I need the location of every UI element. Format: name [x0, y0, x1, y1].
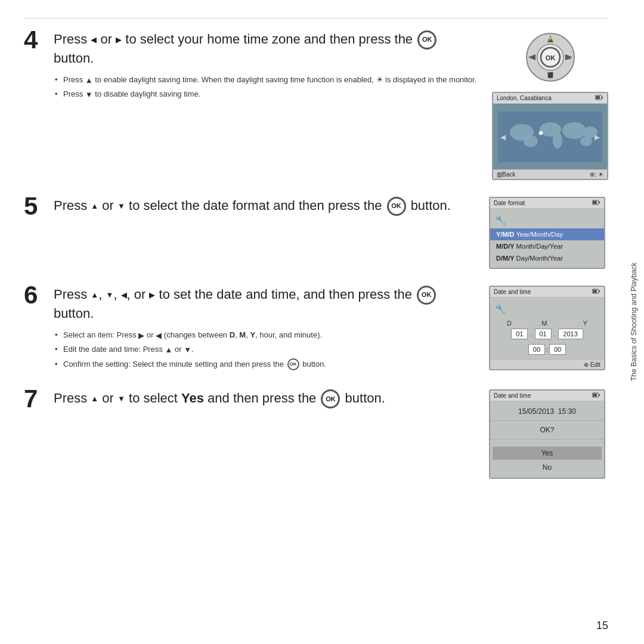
ok-button-7: OK [321, 389, 340, 408]
format-item-dmy: D/M/Y Day/Month/Year [490, 252, 604, 264]
svg-text:▶: ▶ [595, 133, 600, 141]
svg-rect-27 [599, 202, 600, 203]
screen-4-body: ◀ ▶ [493, 104, 607, 169]
step-number-7: 7 [24, 386, 54, 411]
svg-rect-13 [602, 97, 603, 98]
confirm-no: No [490, 461, 604, 474]
svg-rect-33 [599, 394, 600, 396]
svg-text:♡: ♡ [530, 55, 534, 60]
arrow-right-4: ▶ [116, 35, 122, 44]
min-value: 00 [549, 344, 566, 355]
svg-text:⚡: ⚡ [547, 35, 553, 41]
step-4-bullets: Press ▲ to enable daylight saving time. … [54, 74, 480, 101]
step-5-screen: Date format 🔧 Y/M/D Year/Month/Day M/D/Y… [489, 197, 605, 269]
svg-text:OK: OK [545, 54, 555, 61]
svg-rect-28 [593, 201, 597, 204]
confirm-divider-1 [490, 420, 604, 421]
screen-6-body: 🔧 D M Y 01 . 01 . 2013 00 [490, 298, 604, 360]
battery-6 [592, 289, 600, 295]
side-tab-text: The Basics of Shooting and Playback [630, 263, 638, 382]
bullet-4-1: Press ▲ to enable daylight saving time. … [54, 74, 480, 86]
step-5-content: Press ▲ or ▼ to select the date format a… [54, 197, 489, 222]
confirm-date: 15/05/2013 15:30 [490, 405, 604, 418]
ok-button-6: OK [417, 286, 436, 305]
date-sep-2: . [554, 330, 556, 338]
time-row: 00 : 00 [495, 344, 599, 355]
svg-rect-34 [593, 394, 597, 397]
d-label: D [507, 320, 512, 327]
side-tab: The Basics of Shooting and Playback [630, 221, 638, 423]
svg-point-23 [539, 131, 543, 135]
step-7-title: Press ▲ or ▼ to select Yes and then pres… [54, 389, 477, 408]
step-4-content: Press ◀ or ▶ to select your home time zo… [54, 30, 492, 103]
svg-point-20 [562, 122, 586, 139]
screen-7-header: Date and time [490, 391, 604, 401]
top-divider [24, 18, 608, 18]
svg-text:⬛: ⬛ [547, 72, 553, 78]
battery-7 [592, 392, 600, 399]
step-6-content: Press ▲, ▼, ◀, or ▶ to set the date and … [54, 286, 489, 373]
y-value: 2013 [558, 329, 583, 339]
step-4: 4 Press ◀ or ▶ to select your home time … [24, 30, 608, 180]
date-sep-1: . [530, 330, 532, 338]
arrow-left-4: ◀ [91, 35, 97, 44]
ok-button-5: OK [387, 197, 406, 216]
format-item-mdy: M/D/Y Month/Day/Year [490, 240, 604, 252]
d-value: 01 [511, 329, 528, 339]
confirm-ok: OK? [490, 423, 604, 436]
screen-5-header: Date format [490, 198, 604, 209]
step-6-bullets: Select an item: Press ▶ or ◀ (changes be… [54, 329, 477, 370]
step-5: 5 Press ▲ or ▼ to select the date format… [24, 197, 608, 269]
svg-text:◀: ◀ [500, 133, 506, 141]
screen-4-title: London, Casablanca [497, 95, 552, 101]
bullet-6-3: Confirm the setting: Select the minute s… [54, 358, 477, 371]
svg-text:▦: ▦ [566, 55, 571, 60]
step5-tune-icon: 🔧 [490, 212, 604, 228]
bullet-4-2: Press ▼ to disable daylight saving time. [54, 88, 480, 100]
step-6: 6 Press ▲, ▼, ◀, or ▶ to set the date an… [24, 286, 608, 373]
world-map: ◀ ▶ [498, 112, 602, 162]
spacer [490, 442, 604, 445]
step-5-title: Press ▲ or ▼ to select the date format a… [54, 197, 477, 216]
m-label: M [541, 320, 547, 327]
screen-7-title: Date and time [494, 392, 531, 399]
step-7-image: Date and time 15/05/2013 15:30 OK? Yes N… [489, 389, 608, 479]
step-6-image: Date and time 🔧 D M Y 01 [489, 286, 608, 370]
edit-label: ⊛ Edit [584, 361, 600, 368]
arrow-up-5: ▲ [91, 202, 98, 210]
confirm-yes: Yes [493, 447, 602, 460]
datetime-labels: D M Y [495, 320, 599, 327]
screen-5-title: Date format [494, 200, 525, 206]
screen-5-body: 🔧 Y/M/D Year/Month/Day M/D/Y Month/Day/Y… [490, 209, 604, 268]
svg-point-19 [553, 132, 562, 148]
confirm-divider-2 [490, 439, 604, 439]
step-number-6: 6 [24, 283, 54, 308]
bullet-6-1: Select an item: Press ▶ or ◀ (changes be… [54, 329, 477, 341]
screen-7-body: 15/05/2013 15:30 OK? Yes No [490, 401, 604, 478]
step-7: 7 Press ▲ or ▼ to select Yes and then pr… [24, 389, 608, 479]
screen-6-title: Date and time [494, 289, 531, 295]
date-row: 01 . 01 . 2013 [495, 329, 599, 339]
bullet-6-2: Edit the date and time: Press ▲ or ▼. [54, 343, 477, 355]
battery-4 [595, 95, 603, 101]
svg-rect-31 [593, 290, 597, 293]
format-item-ymd: Y/M/D Year/Month/Day [490, 228, 604, 240]
step-number-4: 4 [24, 27, 54, 52]
screen-6-footer: ⊛ Edit [490, 360, 604, 369]
step-4-images: OK ⚡ ⬛ ♡ ▦ L [492, 30, 608, 180]
step-5-image: Date format 🔧 Y/M/D Year/Month/Day M/D/Y… [489, 197, 608, 269]
h-value: 00 [528, 344, 545, 355]
footer-ok: ⊛: ☀ [590, 171, 603, 178]
ok-dial: OK ⚡ ⬛ ♡ ▦ [524, 30, 577, 86]
step-number-5: 5 [24, 194, 54, 219]
page-container: 4 Press ◀ or ▶ to select your home time … [0, 0, 644, 644]
step-7-screen: Date and time 15/05/2013 15:30 OK? Yes N… [489, 389, 605, 479]
m-value: 01 [535, 329, 552, 339]
footer-back: ▥Back [497, 171, 515, 178]
screen-4-footer: ▥Back ⊛: ☀ [493, 169, 607, 179]
page-number: 15 [596, 620, 608, 632]
svg-point-17 [524, 135, 538, 147]
step-6-title: Press ▲, ▼, ◀, or ▶ to set the date and … [54, 286, 477, 323]
screen-6-header: Date and time [490, 287, 604, 298]
y-label: Y [583, 320, 587, 327]
